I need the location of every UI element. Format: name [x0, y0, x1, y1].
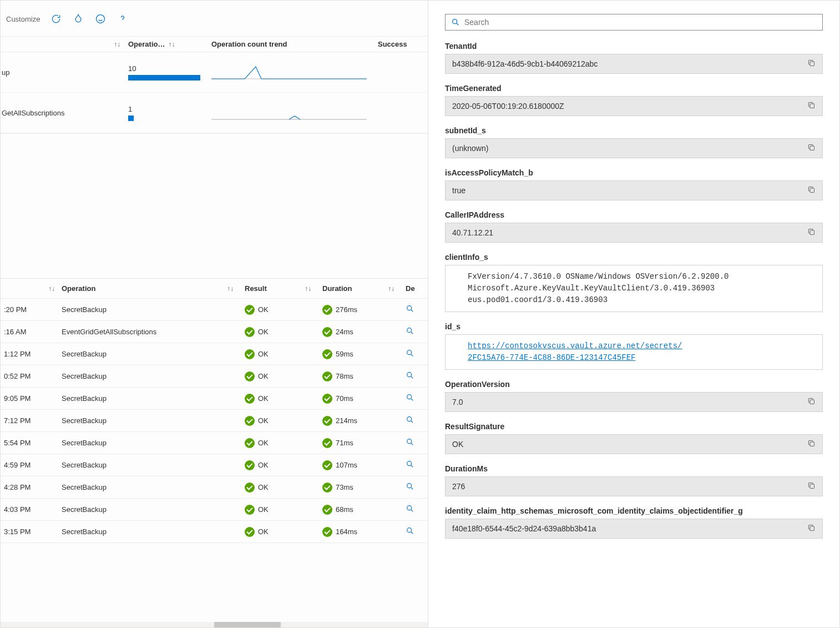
sort-icon[interactable]: ↑↓: [168, 41, 175, 48]
table-row[interactable]: 1:12 PM SecretBackup OK 59ms: [1, 343, 428, 365]
svg-rect-23: [810, 484, 814, 489]
table-row[interactable]: 9:05 PM SecretBackup OK 70ms: [1, 388, 428, 410]
help-icon[interactable]: [117, 13, 129, 25]
col-operation[interactable]: Operation: [62, 284, 95, 293]
property-field: DurationMs276: [445, 464, 823, 496]
cell-operation: SecretBackup: [62, 439, 245, 447]
field-label: DurationMs: [445, 464, 823, 473]
field-value[interactable]: 2020-05-06T00:19:20.6180000Z: [445, 96, 823, 116]
check-icon: [245, 349, 255, 359]
summary-row[interactable]: GetAllSubscriptions 1: [1, 93, 428, 133]
details-icon[interactable]: [406, 304, 428, 315]
details-icon[interactable]: [406, 415, 428, 426]
cell-result: OK: [245, 527, 322, 537]
table-row[interactable]: 4:28 PM SecretBackup OK 73ms: [1, 476, 428, 499]
field-value[interactable]: f40e18f0-6544-45c2-9d24-639a8bb3b41a: [445, 519, 823, 539]
details-icon[interactable]: [406, 371, 428, 381]
table-row[interactable]: 4:03 PM SecretBackup OK 68ms: [1, 499, 428, 521]
cell-time: 7:12 PM: [1, 416, 62, 425]
table-row[interactable]: 3:15 PM SecretBackup OK 164ms: [1, 521, 428, 543]
details-icon[interactable]: [406, 349, 428, 359]
cell-operation: EventGridGetAllSubscriptions: [62, 328, 245, 336]
details-icon[interactable]: [406, 526, 428, 537]
cell-result: OK: [245, 416, 322, 426]
field-value[interactable]: (unknown): [445, 138, 823, 158]
copy-icon[interactable]: [807, 59, 816, 69]
details-icon[interactable]: [406, 326, 428, 337]
table-row[interactable]: :20 PM SecretBackup OK 276ms: [1, 299, 428, 321]
search-box[interactable]: [445, 14, 823, 31]
sort-icon[interactable]: ↑↓: [227, 285, 234, 293]
check-icon: [245, 327, 255, 337]
toolbar: Customize: [1, 1, 428, 36]
feedback-icon[interactable]: [94, 13, 107, 25]
check-icon: [322, 349, 332, 359]
refresh-icon[interactable]: [50, 13, 62, 25]
field-value[interactable]: FxVersion/4.7.3610.0 OSName/Windows OSVe…: [445, 265, 823, 312]
field-value[interactable]: 276: [445, 476, 823, 496]
cell-result: OK: [245, 438, 322, 448]
horizontal-scrollbar[interactable]: [1, 622, 428, 627]
check-icon: [245, 527, 255, 537]
svg-point-15: [453, 19, 457, 24]
check-icon: [245, 505, 255, 515]
sort-icon[interactable]: ↑↓: [305, 285, 311, 293]
col-result[interactable]: Result: [245, 284, 267, 293]
operations-table: ↑↓ Operation↑↓ Result↑↓ Duration↑↓ De :2…: [1, 278, 428, 622]
copy-icon[interactable]: [807, 101, 816, 111]
table-row[interactable]: 7:12 PM SecretBackup OK 214ms: [1, 410, 428, 432]
table-row[interactable]: 4:59 PM SecretBackup OK 107ms: [1, 454, 428, 476]
search-input[interactable]: [464, 18, 817, 27]
check-icon: [322, 527, 332, 537]
field-value[interactable]: 40.71.12.21: [445, 223, 823, 243]
table-row[interactable]: 5:54 PM SecretBackup OK 71ms: [1, 432, 428, 454]
sort-icon[interactable]: ↑↓: [48, 285, 55, 293]
property-field: isAccessPolicyMatch_btrue: [445, 168, 823, 200]
trend-sparkline: [211, 62, 367, 82]
sort-icon[interactable]: ↑↓: [388, 285, 394, 293]
cell-duration: 78ms: [322, 371, 406, 381]
svg-rect-22: [810, 442, 814, 446]
check-icon: [245, 438, 255, 448]
copy-icon[interactable]: [807, 439, 816, 449]
copy-icon[interactable]: [807, 481, 816, 491]
cell-duration: 164ms: [322, 527, 406, 537]
check-icon: [322, 505, 332, 515]
col-duration[interactable]: Duration: [322, 284, 352, 293]
details-icon[interactable]: [406, 393, 428, 404]
cell-result: OK: [245, 505, 322, 515]
field-label: id_s: [445, 322, 823, 331]
copy-icon[interactable]: [807, 228, 816, 238]
cell-duration: 59ms: [322, 349, 406, 359]
cell-duration: 276ms: [322, 305, 406, 315]
copy-icon[interactable]: [807, 143, 816, 153]
field-value[interactable]: b438b4f6-912a-46d5-9cb1-b44069212abc: [445, 54, 823, 74]
col-operation[interactable]: Operatio…: [128, 40, 165, 48]
details-icon[interactable]: [406, 438, 428, 448]
field-value[interactable]: 7.0: [445, 392, 823, 412]
share-icon[interactable]: [72, 13, 84, 25]
svg-rect-19: [810, 188, 814, 193]
table-row[interactable]: 0:52 PM SecretBackup OK 78ms: [1, 365, 428, 388]
table-row[interactable]: :16 AM EventGridGetAllSubscriptions OK 2…: [1, 321, 428, 343]
check-icon: [245, 394, 255, 404]
details-icon[interactable]: [406, 504, 428, 515]
svg-point-0: [97, 15, 105, 23]
check-icon: [245, 483, 255, 493]
cell-operation: SecretBackup: [62, 461, 245, 469]
check-icon: [245, 305, 255, 315]
field-value[interactable]: OK: [445, 434, 823, 454]
copy-icon[interactable]: [807, 524, 816, 534]
details-icon[interactable]: [406, 482, 428, 493]
check-icon: [322, 371, 332, 381]
details-icon[interactable]: [406, 460, 428, 470]
sort-icon[interactable]: ↑↓: [114, 41, 120, 48]
copy-icon[interactable]: [807, 397, 816, 407]
field-value-link[interactable]: https://contosokvscus.vault.azure.net/se…: [445, 334, 823, 370]
summary-row[interactable]: up 10: [1, 52, 428, 93]
field-value[interactable]: true: [445, 180, 823, 200]
svg-point-13: [407, 506, 412, 510]
check-icon: [322, 394, 332, 404]
customize-button[interactable]: Customize: [6, 15, 40, 23]
copy-icon[interactable]: [807, 185, 816, 195]
